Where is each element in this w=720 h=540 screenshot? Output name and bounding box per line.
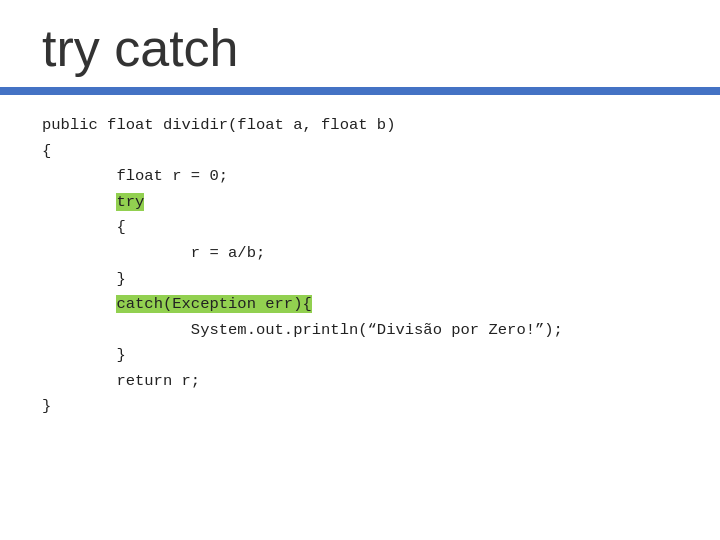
code-line: { [42,139,678,165]
code-line: float r = 0; [42,164,678,190]
code-line: { [42,215,678,241]
blue-bar [0,87,720,95]
page-title: try catch [0,0,720,87]
code-line: return r; [42,369,678,395]
code-line: } [42,343,678,369]
code-line: try [42,190,678,216]
try-keyword: try [116,193,144,211]
code-line: catch(Exception err){ [42,292,678,318]
code-line: r = a/b; [42,241,678,267]
code-block: public float dividir(float a, float b){ … [0,113,720,420]
code-line: } [42,267,678,293]
code-line: public float dividir(float a, float b) [42,113,678,139]
code-line: System.out.println(“Divisão por Zero!”); [42,318,678,344]
code-line: } [42,394,678,420]
catch-keyword: catch(Exception err){ [116,295,311,313]
